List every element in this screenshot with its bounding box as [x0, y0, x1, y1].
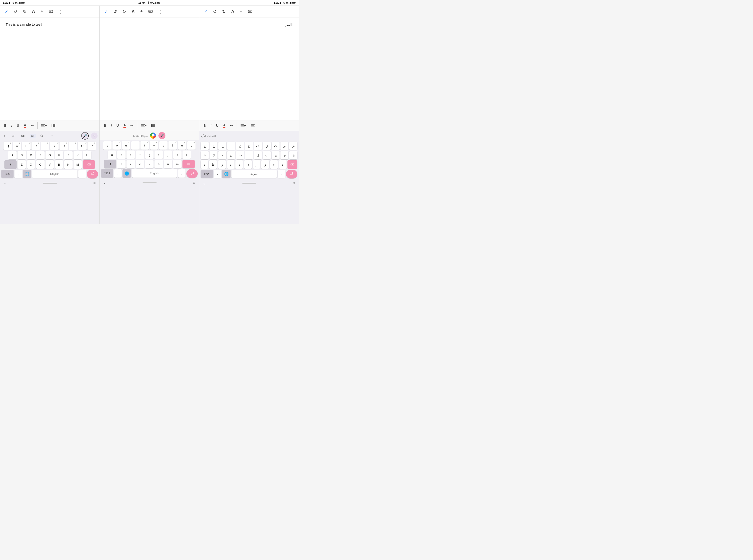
- kb-gif-btn-l[interactable]: GIF: [19, 134, 27, 138]
- underline-btn-m[interactable]: U: [115, 123, 120, 128]
- italic-btn-r[interactable]: I: [209, 123, 213, 128]
- check-button[interactable]: ✓: [4, 8, 9, 15]
- key-comma-m[interactable]: ,: [114, 169, 122, 178]
- key-r[interactable]: r4: [131, 141, 140, 149]
- align-btn-m[interactable]: [140, 123, 148, 128]
- key-b-m[interactable]: b: [155, 160, 163, 168]
- bold-btn-m[interactable]: B: [102, 123, 107, 128]
- align-btn-r[interactable]: [239, 123, 247, 128]
- key-ar-ta-mar[interactable]: ة: [235, 160, 243, 169]
- key-a-m[interactable]: a: [108, 151, 116, 159]
- font-button-m[interactable]: A: [131, 8, 136, 15]
- key-ar-waw2[interactable]: ؤ: [261, 160, 269, 169]
- key-O[interactable]: O9: [78, 142, 86, 150]
- font-button[interactable]: A: [31, 8, 36, 15]
- key-ar-lam[interactable]: ل: [254, 151, 262, 159]
- key-p[interactable]: p0: [187, 141, 196, 149]
- key-comma-r[interactable]: ،: [214, 169, 221, 178]
- underline-btn-l[interactable]: U: [15, 123, 21, 128]
- key-s-m[interactable]: s: [117, 151, 125, 159]
- mic-active-icon[interactable]: 🎤: [158, 132, 165, 139]
- key-k-m[interactable]: k: [173, 151, 181, 159]
- key-num-l[interactable]: ?123: [1, 169, 14, 178]
- kb-collapse-l[interactable]: ⌄: [4, 181, 6, 185]
- key-dot-l[interactable]: .: [78, 169, 86, 178]
- bold-btn-r[interactable]: B: [202, 123, 207, 128]
- list-btn-l[interactable]: [50, 123, 57, 128]
- check-button-m[interactable]: ✓: [103, 8, 109, 15]
- key-R[interactable]: R4: [32, 142, 40, 150]
- key-enter-r[interactable]: ⏎: [286, 169, 297, 179]
- key-ar-jeem[interactable]: ج: [201, 142, 209, 150]
- key-ar-kha[interactable]: خ: [218, 142, 226, 150]
- key-o[interactable]: o9: [178, 141, 186, 149]
- key-ar-waw[interactable]: و: [227, 160, 235, 169]
- key-backspace-l[interactable]: ⌫: [83, 160, 95, 169]
- key-B[interactable]: B: [55, 160, 63, 169]
- key-ar-hamza[interactable]: ء: [270, 160, 278, 169]
- key-enter-l[interactable]: ⏎: [87, 169, 98, 179]
- key-ar-dad[interactable]: ض: [289, 142, 297, 150]
- key-ar-sin[interactable]: س: [280, 151, 289, 159]
- key-f-m[interactable]: f: [136, 151, 144, 159]
- key-h-m[interactable]: h: [155, 151, 163, 159]
- key-ar-meem[interactable]: م: [218, 151, 226, 159]
- highlight-btn-r[interactable]: ✏: [229, 123, 234, 128]
- key-y[interactable]: y6: [150, 141, 158, 149]
- kb-more-btn-l[interactable]: ···: [47, 133, 55, 139]
- key-j-m[interactable]: j: [164, 151, 172, 159]
- key-ar-alef[interactable]: ا: [245, 151, 253, 159]
- key-ar-zha[interactable]: ظ: [209, 160, 217, 169]
- key-ar-ta[interactable]: ت: [236, 151, 244, 159]
- key-w[interactable]: w2: [113, 141, 121, 149]
- key-backspace-m[interactable]: ⌫: [182, 160, 195, 168]
- key-C[interactable]: C: [36, 160, 44, 169]
- italic-btn-m[interactable]: I: [110, 123, 113, 128]
- kb-translate-btn-l[interactable]: GT: [29, 134, 36, 138]
- key-M[interactable]: M: [74, 160, 82, 169]
- key-enter-m[interactable]: ⏎: [186, 169, 198, 178]
- key-X[interactable]: X: [27, 160, 35, 169]
- key-ar-dal[interactable]: د: [201, 160, 209, 169]
- redo-button-m[interactable]: ↻: [122, 8, 127, 15]
- key-c-m[interactable]: c: [136, 160, 144, 168]
- kb-collapse-m[interactable]: ⌄: [103, 181, 106, 184]
- key-Q[interactable]: Q1: [3, 142, 12, 150]
- key-J[interactable]: J: [64, 151, 73, 159]
- key-U[interactable]: U7: [60, 142, 68, 150]
- key-t[interactable]: t5: [140, 141, 149, 149]
- key-ar-zayn[interactable]: ز: [218, 160, 226, 169]
- key-globe-l[interactable]: 🌐: [23, 169, 31, 178]
- key-i[interactable]: i8: [169, 141, 177, 149]
- key-G[interactable]: G: [45, 151, 54, 159]
- key-A[interactable]: A: [8, 151, 17, 159]
- key-ar-fa[interactable]: ف: [254, 142, 262, 150]
- key-ar-ghain[interactable]: غ: [245, 142, 253, 150]
- key-Y[interactable]: Y6: [50, 142, 59, 150]
- kb-grid-m[interactable]: ⊞: [193, 181, 195, 184]
- font-button-r[interactable]: A: [230, 8, 235, 15]
- key-ar-alef-ya[interactable]: ى: [244, 160, 252, 169]
- more-button[interactable]: ⋮: [58, 8, 64, 15]
- key-ar-sad[interactable]: ص: [280, 142, 289, 150]
- key-l-m[interactable]: l: [182, 151, 191, 159]
- key-x-m[interactable]: x: [126, 160, 135, 168]
- key-Z[interactable]: Z: [18, 160, 26, 169]
- key-H[interactable]: H: [55, 151, 63, 159]
- key-W[interactable]: W2: [13, 142, 21, 150]
- key-E[interactable]: E3: [22, 142, 31, 150]
- key-ar-nun[interactable]: ن: [227, 151, 235, 159]
- key-d-m[interactable]: d: [126, 151, 135, 159]
- bold-btn-l[interactable]: B: [3, 123, 8, 128]
- key-z-m[interactable]: z: [117, 160, 125, 168]
- add-button-m[interactable]: +: [139, 8, 144, 15]
- highlight-btn-m[interactable]: ✏: [129, 123, 135, 128]
- key-ar-shin[interactable]: ش: [289, 151, 297, 159]
- underline-btn-r[interactable]: U: [215, 123, 220, 128]
- kb-grid-l[interactable]: ⊞: [93, 182, 96, 185]
- key-V[interactable]: V: [45, 160, 54, 169]
- key-e[interactable]: e3: [122, 141, 130, 149]
- key-n-m[interactable]: n: [164, 160, 172, 168]
- key-num-m[interactable]: ?123: [101, 169, 113, 178]
- redo-button-r[interactable]: ↻: [221, 8, 226, 15]
